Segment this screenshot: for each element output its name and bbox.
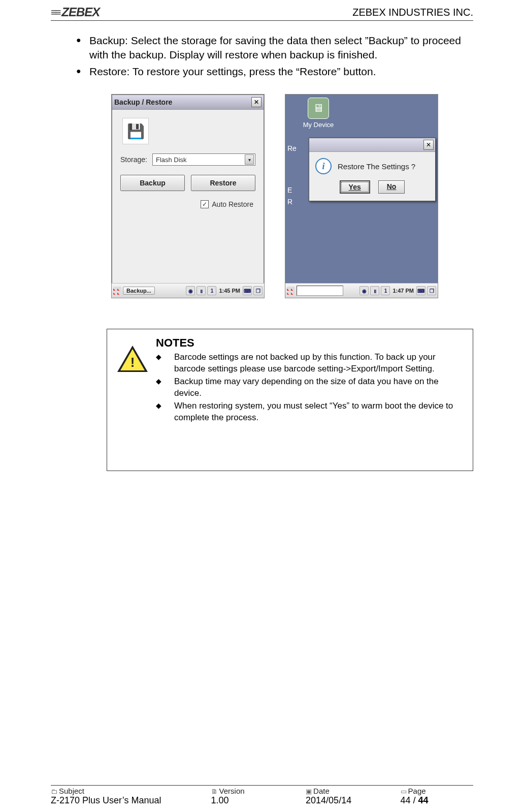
note-item-2: Backup time may vary depending on the si…	[156, 376, 463, 399]
barcode-icon[interactable]: |||	[196, 286, 206, 295]
warning-icon: !	[117, 346, 148, 376]
device-left: Backup / Restore ✕ 💾 Storage: Flash Disk…	[111, 94, 265, 298]
dialog-close-icon[interactable]: ✕	[423, 140, 434, 150]
company-name: ZEBEX INDUSTRIES INC.	[352, 7, 473, 18]
instruction-restore: Restore: To restore your settings, press…	[76, 65, 473, 79]
storage-select[interactable]: Flash Disk ▾	[152, 153, 255, 166]
notes-box: ! NOTES Barcode settings are not backed …	[107, 329, 473, 471]
no-button[interactable]: No	[378, 180, 405, 194]
date-label: Date	[313, 787, 330, 795]
folder-icon: 🗀	[51, 788, 57, 795]
desktop-icon[interactable]: ❐	[427, 286, 436, 295]
taskbar-empty	[297, 286, 343, 296]
page-footer: 🗀Subject 🗎Version ▣Date ▭Page Z-2170 Plu…	[51, 785, 473, 806]
date-value: 2014/05/14	[306, 795, 400, 806]
note-item-3: When restoring system, you must select “…	[156, 400, 463, 424]
close-icon[interactable]: ✕	[251, 97, 261, 107]
barcode-icon[interactable]: |||	[370, 286, 379, 295]
chevron-down-icon: ▾	[245, 154, 254, 165]
sip-icon[interactable]: ⌨	[416, 286, 425, 295]
backup-button[interactable]: Backup	[120, 175, 185, 191]
restore-button[interactable]: Restore	[191, 175, 255, 191]
instructions-list: Backup: Select the storage for saving th…	[76, 34, 473, 79]
logo: ≡≡ ZEBEX	[51, 5, 100, 19]
network-icon[interactable]: ◉	[359, 286, 369, 295]
info-icon: i	[315, 158, 332, 174]
date-icon: ▣	[306, 788, 312, 795]
tray-number-icon[interactable]: 1	[207, 286, 216, 295]
backup-app-icon: 💾	[122, 118, 149, 144]
my-device-icon[interactable]: 🖥 My Device	[296, 98, 341, 129]
logo-bars-icon: ≡≡	[51, 7, 59, 18]
my-device-label: My Device	[303, 121, 334, 129]
storage-label: Storage:	[120, 155, 147, 164]
dialog-message: Restore The Settings ?	[338, 162, 415, 171]
subject-value: Z-2170 Plus User’s Manual	[51, 795, 211, 806]
auto-restore-label: Auto Restore	[212, 200, 253, 208]
window-title: Backup / Restore	[114, 98, 251, 106]
yes-button[interactable]: Yes	[340, 180, 370, 194]
tray-number-icon[interactable]: 1	[381, 286, 390, 295]
version-value: 1.00	[211, 795, 306, 806]
taskbar-left: Backup... ◉ ||| 1 1:45 PM ⌨ ❐	[112, 283, 264, 298]
taskbar-clock: 1:45 PM	[218, 288, 241, 294]
device-right: 🖥 My Device Re E R ✕ i	[285, 94, 438, 298]
instruction-backup: Backup: Select the storage for saving th…	[76, 34, 473, 63]
page-label: Page	[408, 787, 426, 795]
partial-labels: Re E R	[287, 143, 308, 207]
start-icon[interactable]	[113, 287, 121, 295]
taskbar-clock: 1:47 PM	[391, 288, 415, 294]
storage-value: Flash Disk	[156, 156, 187, 164]
page-header: ≡≡ ZEBEX ZEBEX INDUSTRIES INC.	[51, 5, 473, 21]
sip-icon[interactable]: ⌨	[243, 286, 252, 295]
notes-list: Barcode settings are not backed up by th…	[156, 352, 463, 424]
taskbar-right: ◉ ||| 1 1:47 PM ⌨ ❐	[285, 283, 438, 298]
notes-title: NOTES	[156, 336, 463, 350]
backup-restore-window: Backup / Restore ✕ 💾 Storage: Flash Disk…	[112, 95, 264, 283]
page-value: 44 / 44	[401, 795, 473, 806]
window-titlebar: Backup / Restore ✕	[112, 95, 264, 110]
network-icon[interactable]: ◉	[186, 286, 195, 295]
start-icon[interactable]	[287, 287, 295, 295]
page-icon: ▭	[401, 788, 407, 795]
version-label: Version	[219, 787, 245, 795]
desktop-icon[interactable]: ❐	[253, 286, 263, 295]
device-icon: 🖥	[308, 98, 329, 119]
taskbar-app-button[interactable]: Backup...	[123, 287, 155, 295]
logo-text: ZEBEX	[61, 5, 100, 19]
doc-icon: 🗎	[211, 788, 218, 795]
restore-confirm-dialog: ✕ i Restore The Settings ? Yes No	[309, 138, 436, 201]
auto-restore-checkbox[interactable]: ✓	[201, 200, 209, 208]
screenshots-row: Backup / Restore ✕ 💾 Storage: Flash Disk…	[76, 94, 473, 298]
subject-label: Subject	[59, 787, 84, 795]
note-item-1: Barcode settings are not backed up by th…	[156, 352, 463, 375]
